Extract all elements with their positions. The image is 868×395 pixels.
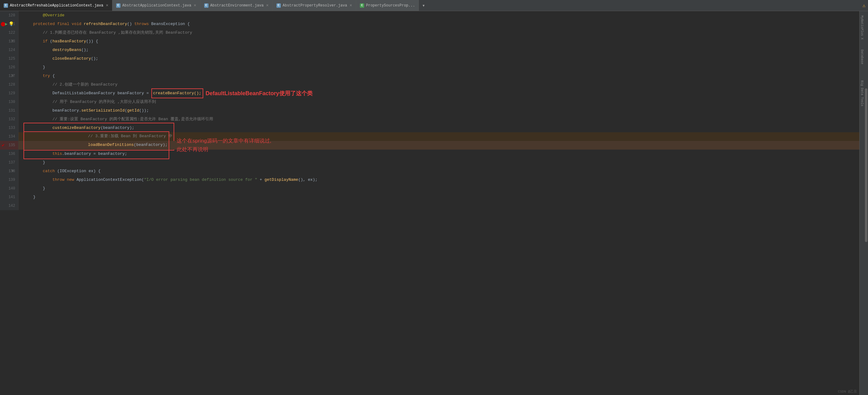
line-code-126: } [19,63,45,72]
warning-icon: ⚠ [862,2,866,9]
line-num-135: ✔ 135 [0,141,19,150]
tab-label-1: AbstractApplicationContext.java [122,3,191,8]
code-line-128: 128 // 2.创建一个新的 BeanFactory [0,80,859,89]
line-code-127: try { [19,72,55,80]
lines-wrapper: 120 @Override ⬤ ▶ 💡 121 [0,11,859,395]
line-num-121: ⬤ ▶ 💡 121 [0,20,19,28]
line-code-128: // 2.创建一个新的 BeanFactory [19,80,117,89]
line-code-125: closeBeanFactory(); [19,54,98,63]
line-num-127: ▽ 127 [0,72,19,80]
tab-icon-3: C [276,3,281,8]
tab-label-3: AbstractPropertyResolver.java [283,3,347,8]
fold-arrow-138[interactable]: ▽ [12,167,13,176]
line-code-131: beanFactory.setSerializationId(getId()); [19,106,149,115]
line-num-142: 142 [0,202,19,210]
code-line-138: ▽ 138 catch (IOException ex) { [0,167,859,176]
line-num-136: 136 [0,150,19,158]
line-code-137: } [19,158,45,167]
code-line-139: 139 throw new ApplicationContextExceptio… [0,176,859,184]
tab-close-0[interactable]: × [106,3,108,8]
line-code-135: loadBeanDefinitions(beanFactory); 这个在spr… [19,141,271,150]
annotation-text-129: DefaultListableBeanFactory使用了这个类 [206,89,313,98]
line-num-141: 141 [0,193,19,202]
sidebar-tool-mybatisplus[interactable]: MyBatisPlus X [860,14,864,41]
code-line-130: 130 // 用于 BeanFactory 的序列化 ,大部分人应该用不到 [0,98,859,106]
tab-close-2[interactable]: × [266,3,269,8]
line-num-138: ▽ 138 [0,167,19,176]
line-code-140: } [19,184,45,193]
line-num-139: 139 [0,176,19,184]
sidebar-tool-database[interactable]: Database [860,48,864,65]
line-num-130: 130 [0,98,19,106]
code-line-129: 129 DefaultListableBeanFactory beanFacto… [0,89,859,98]
scrollbar-thumb[interactable] [865,88,867,242]
app-window: C AbstractRefreshableApplicationContext.… [0,0,868,395]
code-line-127: ▽ 127 try { [0,72,859,80]
line-num-134: 134 [0,132,19,141]
tab-0[interactable]: C AbstractRefreshableApplicationContext.… [0,0,113,11]
line-num-126: 126 [0,63,19,72]
line-code-122: // 1.判断是否已经存在 BeanFactory ,如果存在则先销毁,关闭 B… [19,28,192,37]
code-line-123: ▽ 123 if (hasBeanFactory()) { [0,37,859,46]
line-num-133: 133 [0,124,19,132]
line-code-123: if (hasBeanFactory()) { [19,37,98,46]
tab-3[interactable]: C AbstractPropertyResolver.java × [273,0,356,11]
line-code-138: catch (IOException ex) { [19,167,101,176]
code-line-124: 124 destroyBeans(); [0,46,859,54]
tab-2[interactable]: C AbstractEnvironment.java × [200,0,273,11]
line-num-137: 137 [0,158,19,167]
tab-icon-2: C [204,3,209,8]
code-line-132: 132 // 重要:设置 BeanFactory 的两个配置属性:是否允许 Be… [0,115,859,124]
tab-label-4: PropertySourcesProp... [366,3,415,8]
tab-close-1[interactable]: × [194,3,196,8]
code-line-141: 141 } [0,193,859,202]
bookmark-icon[interactable]: 💡 [9,20,14,28]
tab-icon-1: C [116,3,121,8]
code-line-126: 126 } [0,63,859,72]
code-line-121: ⬤ ▶ 💡 121 protected final void refreshBe… [0,20,859,28]
line-code-141: } [19,193,35,202]
line-num-140: 140 [0,184,19,193]
tab-4[interactable]: C PropertySourcesProp... [356,0,419,11]
editor-wrapper: 120 @Override ⬤ ▶ 💡 121 [0,11,859,395]
code-line-120: 120 @Override [0,11,859,20]
line-code-124: destroyBeans(); [19,46,89,54]
code-line-136: 136 this.beanFactory = beanFactory; [0,150,859,158]
line-num-124: 124 [0,46,19,54]
line-code-129: DefaultListableBeanFactory beanFactory =… [19,89,313,98]
run-icon[interactable]: ▶ [5,20,7,28]
fold-arrow-127[interactable]: ▽ [12,72,13,80]
line-num-120: 120 [0,11,19,20]
fold-arrow-123[interactable]: ▽ [12,37,13,46]
code-line-142: 142 [0,202,859,210]
scrollbar-track [864,11,868,395]
tab-close-3[interactable]: × [350,3,352,8]
tab-1[interactable]: C AbstractApplicationContext.java × [113,0,200,11]
annotation-box-129: createBeanFactory(); [151,88,203,98]
line-num-132: 132 [0,115,19,124]
line-code-130: // 用于 BeanFactory 的序列化 ,大部分人应该用不到 [19,98,156,106]
editor-area: 120 @Override ⬤ ▶ 💡 121 [0,11,868,395]
line-code-120: @Override [19,11,65,20]
code-line-122: 122 // 1.判断是否已经存在 BeanFactory ,如果存在则先销毁,… [0,28,859,37]
line-num-129: 129 [0,89,19,98]
code-line-137: 137 } [0,158,859,167]
line-num-125: 125 [0,54,19,63]
tab-icon-0: C [4,3,8,8]
breakpoint-icon-135[interactable]: ✔ [2,141,4,150]
line-code-139: throw new ApplicationContextException("I… [19,176,317,184]
line-num-123: ▽ 123 [0,37,19,46]
line-num-122: 122 [0,28,19,37]
tab-label-2: AbstractEnvironment.java [210,3,264,8]
code-line-135: ✔ 135 loadBeanDefinitions(beanFactory); … [0,141,859,150]
tab-label-0: AbstractRefreshableApplicationContext.ja… [10,3,103,8]
code-line-125: 125 closeBeanFactory(); [0,54,859,63]
line-num-131: 131 [0,106,19,115]
sidebar-tool-bigdata[interactable]: Big Data Tools [860,79,864,108]
line-num-128: 128 [0,80,19,89]
tab-overflow-button[interactable]: ▾ [419,0,428,11]
tab-bar: C AbstractRefreshableApplicationContext.… [0,0,868,11]
right-sidebar: MyBatisPlus X Database Big Data Tools [859,11,868,395]
attribution: CSDN @乙丑 [838,389,857,394]
line-code-121: protected final void refreshBeanFactory(… [19,20,190,28]
